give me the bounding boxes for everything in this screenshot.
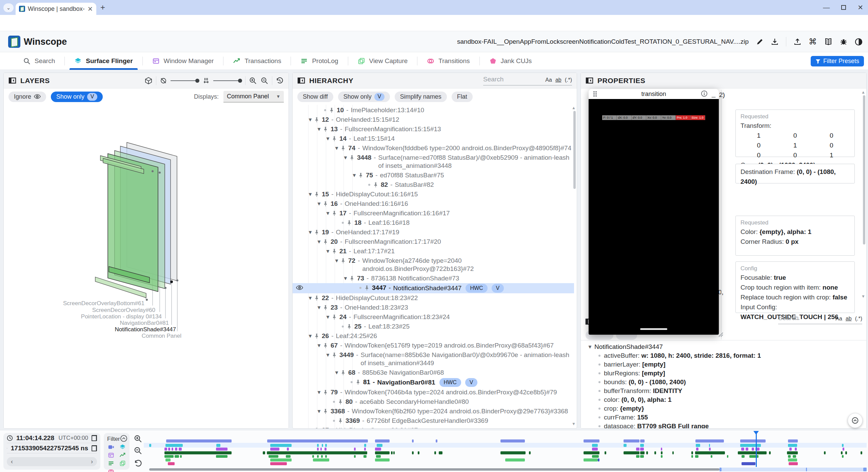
collapse-panel-icon[interactable]: [8, 77, 16, 84]
trace-block-surface-flinger[interactable]: [709, 444, 710, 447]
hierarchy-node-14[interactable]: ▼14-Leaf:15:15#14: [293, 134, 574, 143]
documentation-icon[interactable]: [824, 38, 832, 45]
pin-icon[interactable]: [314, 230, 319, 235]
trace-block-transactions[interactable]: [412, 451, 414, 454]
hierarchy-node-73[interactable]: ▼73-8736138 NotificationShade#73: [293, 274, 574, 283]
hierarchy-node-81[interactable]: 81-NavigationBar0#81HWCV: [293, 377, 574, 388]
chevron-down-icon[interactable]: ▼: [306, 228, 314, 236]
trace-block-transactions[interactable]: [654, 451, 656, 454]
pin-icon[interactable]: [323, 239, 328, 244]
timestamp-row[interactable]: 11:04:14.228 UTC+00:00: [7, 433, 97, 443]
trace-block-surface-flinger[interactable]: [842, 444, 844, 447]
trace-block-surface-flinger[interactable]: [270, 444, 292, 447]
trace-block-window-manager[interactable]: [317, 448, 319, 451]
trace-block-transactions[interactable]: [434, 451, 436, 454]
pin-icon[interactable]: [329, 107, 334, 113]
trace-block-transactions[interactable]: [640, 451, 645, 454]
trace-block-protolog[interactable]: [180, 455, 182, 458]
property-node[interactable]: dataspace: BT709 sRGB Full range: [586, 422, 866, 428]
property-node[interactable]: crop: {empty}: [586, 404, 866, 413]
hierarchy-node-3369[interactable]: 3369-67726bf EdgeBackGestureHandler0#336…: [293, 416, 574, 426]
3d-view-icon[interactable]: [144, 77, 153, 85]
trace-block-transactions[interactable]: [263, 451, 265, 454]
pin-icon[interactable]: [314, 117, 319, 122]
trace-block-window-manager[interactable]: [640, 448, 644, 451]
timeline-zoom-handle[interactable]: [719, 468, 722, 471]
trace-block-transactions[interactable]: [841, 451, 843, 454]
hierarchy-node-75[interactable]: ▼75-ed70f88 StatusBar#75: [293, 171, 574, 180]
pin-icon[interactable]: [338, 399, 343, 405]
layer-3d-label[interactable]: Common Panel: [142, 333, 181, 339]
property-node[interactable]: currFrame: 155: [586, 413, 866, 422]
pin-icon[interactable]: [350, 155, 354, 160]
timeline-cursor[interactable]: [756, 431, 757, 467]
hierarchy-node-16[interactable]: ▼16-OneHanded:16:16#16: [293, 199, 574, 209]
trace-block-protolog[interactable]: [636, 455, 639, 458]
chevron-down-icon[interactable]: ▼: [315, 407, 323, 415]
hierarchy-node-19[interactable]: ▼19-OneHanded:17:17#19: [293, 228, 574, 237]
show-diff-chip[interactable]: Show diff: [297, 92, 333, 102]
trace-block-view-capture[interactable]: [165, 458, 171, 461]
hierarchy-node-22[interactable]: ▼22-HideDisplayCutout:18:23#22: [293, 293, 574, 303]
drag-handle-icon[interactable]: [593, 91, 598, 97]
hierarchy-node-23[interactable]: ▼23-OneHanded:18:23#23: [293, 303, 574, 312]
trace-block-protolog[interactable]: [661, 455, 663, 458]
trace-block-protolog[interactable]: [742, 455, 745, 458]
trace-block-protolog[interactable]: [325, 455, 327, 458]
hierarchy-node-72[interactable]: ▼72-WindowToken{a2746de type=2040 androi…: [293, 256, 574, 274]
scroll-down-arrow[interactable]: ▼: [572, 421, 576, 426]
chevron-down-icon[interactable]: ▼: [306, 332, 314, 340]
trace-block-transitions-and-jank[interactable]: [742, 462, 755, 465]
pin-icon[interactable]: [323, 126, 328, 132]
visibility-icon[interactable]: [296, 284, 303, 291]
trace-block-surface-flinger[interactable]: [592, 444, 598, 447]
trace-block-protolog[interactable]: [793, 455, 796, 458]
timeline-zoom-in-icon[interactable]: [134, 434, 142, 443]
properties-search[interactable]: Search Aa ab (.*): [778, 314, 862, 324]
chevron-down-icon[interactable]: ▼: [315, 341, 323, 350]
timeline-cursor-head[interactable]: [753, 431, 759, 435]
info-icon[interactable]: [701, 90, 708, 97]
trace-block-window-manager[interactable]: [175, 448, 177, 451]
trace-block-protolog[interactable]: [592, 455, 599, 458]
tab-close-icon[interactable]: ✕: [87, 5, 93, 13]
transition-preview-window[interactable]: transition _ P: 0 / 1 dX: 0.0 dY: 0.0 Xv…: [589, 89, 719, 335]
trace-block-view-capture[interactable]: [788, 458, 797, 461]
pin-icon[interactable]: [332, 211, 337, 216]
trace-block-transactions[interactable]: [769, 451, 771, 454]
hierarchy-node-18[interactable]: 18-Leaf:16:16#18: [293, 218, 574, 228]
timeline-zoom-selection[interactable]: [719, 468, 867, 471]
trace-block-view-capture[interactable]: [584, 458, 598, 461]
layer-3d-label[interactable]: ScreenDecorOverlayBottom#61: [63, 300, 144, 307]
chevron-down-icon[interactable]: ▼: [324, 209, 332, 217]
trace-block-window-manager[interactable]: [636, 448, 639, 451]
scroll-up-arrow[interactable]: ▲: [572, 105, 576, 110]
trace-block-surface-flinger[interactable]: [640, 444, 644, 447]
trace-block-window-manager[interactable]: [592, 448, 598, 451]
copy-time-icon[interactable]: [92, 435, 97, 441]
tab-window-manager[interactable]: Window Manager: [143, 52, 223, 70]
hierarchy-node-3447[interactable]: 3447-NotificationShade#3447HWCV: [293, 283, 574, 293]
tab-search[interactable]: Search: [14, 52, 64, 70]
hierarchy-node-80[interactable]: 80-ace6abb SecondaryHomeHandle0#80: [293, 397, 574, 407]
property-node[interactable]: barrierLayer: [empty]: [586, 360, 866, 369]
trace-block-window-manager[interactable]: [270, 448, 279, 451]
trace-block-protolog[interactable]: [216, 455, 228, 458]
chevron-down-icon[interactable]: ▼: [306, 190, 314, 198]
hierarchy-node-3368[interactable]: ▼3368-WindowToken{f6b2f60 type=2024 andr…: [293, 407, 574, 416]
trace-block-surface-flinger[interactable]: [740, 444, 761, 447]
trace-block-protolog[interactable]: [842, 455, 844, 458]
hierarchy-node-25[interactable]: 25-Leaf:18:23#25: [293, 322, 574, 331]
trace-block-transactions[interactable]: [393, 451, 395, 454]
hierarchy-search[interactable]: Search Aa ab (.*): [483, 76, 572, 85]
hierarchy-node-17[interactable]: ▼17-FullscreenMagnification:16:16#17: [293, 209, 574, 218]
minimize-icon[interactable]: _: [712, 92, 715, 95]
trace-block-transactions[interactable]: [164, 451, 232, 454]
zoom-in-icon[interactable]: [249, 77, 257, 85]
trace-block-protolog[interactable]: [727, 455, 728, 458]
filter-camera-icon[interactable]: [108, 444, 117, 450]
trace-block-transactions[interactable]: [624, 451, 639, 454]
trace-block-transactions[interactable]: [824, 451, 826, 454]
trace-block-protolog[interactable]: [640, 455, 644, 458]
trace-block-surface-flinger[interactable]: [149, 444, 151, 447]
